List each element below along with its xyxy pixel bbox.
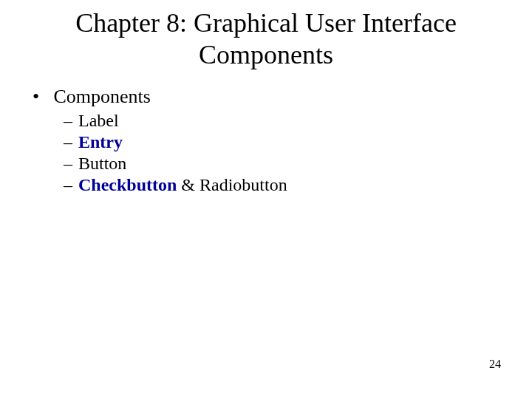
page-number: 24 <box>489 358 501 371</box>
subitem-checkbutton: Checkbutton & Radiobutton <box>64 175 510 195</box>
slide-body: Components Label Entry Button Checkbutto… <box>0 71 532 195</box>
bullet-components-label: Components <box>54 86 151 107</box>
bullet-components: Components Label Entry Button Checkbutto… <box>33 86 510 195</box>
subitem-entry: Entry <box>64 132 510 152</box>
slide-title: Chapter 8: Graphical User Interface Comp… <box>0 7 532 71</box>
subitem-label: Label <box>64 111 510 131</box>
subitem-checkbutton-tail: & Radiobutton <box>177 175 287 194</box>
subitem-button: Button <box>64 154 510 174</box>
subitem-checkbutton-label: Checkbutton <box>78 175 177 194</box>
bullet-list-level2: Label Entry Button Checkbutton & Radiobu… <box>33 111 510 195</box>
bullet-list-level1: Components Label Entry Button Checkbutto… <box>22 86 510 195</box>
subitem-entry-text: Entry <box>78 132 123 151</box>
